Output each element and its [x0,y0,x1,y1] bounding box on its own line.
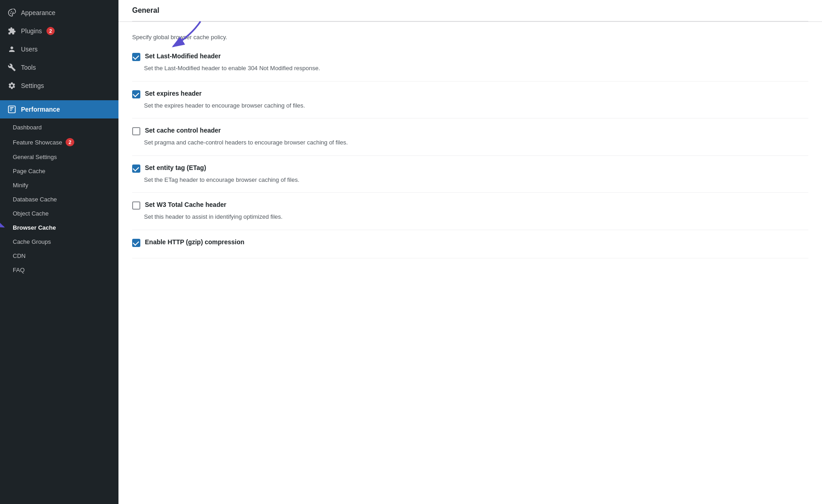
sidebar-item-faq[interactable]: FAQ [0,263,118,277]
expires-desc: Set the expires header to encourage brow… [132,101,808,110]
performance-label: Performance [21,106,60,113]
sidebar-item-object-cache[interactable]: Object Cache [0,206,118,221]
svg-point-1 [11,11,12,12]
setting-cache-control: Set cache control header Set pragma and … [132,118,808,156]
sidebar-item-browser-cache[interactable]: Browser Cache [0,221,118,235]
settings-label: Settings [21,82,44,89]
sidebar-top-nav: Appearance Plugins 2 Users [0,0,118,98]
plugins-icon [7,26,16,36]
sidebar-item-appearance[interactable]: Appearance [0,4,118,22]
expires-label[interactable]: Set expires header [145,90,202,97]
general-settings-label: General Settings [13,154,57,160]
etag-label[interactable]: Set entity tag (ETag) [145,164,206,171]
plugins-badge: 2 [46,27,55,35]
sidebar-item-performance[interactable]: Performance [0,100,118,118]
feature-showcase-badge: 2 [66,138,74,146]
gzip-label[interactable]: Enable HTTP (gzip) compression [145,238,244,246]
sidebar: Appearance Plugins 2 Users [0,0,118,504]
sidebar-item-users[interactable]: Users [0,40,118,58]
setting-expires: Set expires header Set the expires heade… [132,82,808,119]
page-cache-label: Page Cache [13,168,46,175]
setting-gzip: Enable HTTP (gzip) compression [132,230,808,258]
svg-point-2 [13,12,14,13]
dashboard-label: Dashboard [13,124,42,131]
setting-w3-total-cache: Set W3 Total Cache header Set this heade… [132,193,808,230]
last-modified-label[interactable]: Set Last-Modified header [145,52,221,60]
sidebar-item-cache-groups[interactable]: Cache Groups [0,235,118,249]
sidebar-item-database-cache[interactable]: Database Cache [0,192,118,206]
last-modified-header: Set Last-Modified header [132,52,808,61]
etag-desc: Set the ETag header to encourage browser… [132,175,808,185]
sidebar-item-dashboard[interactable]: Dashboard [0,120,118,134]
performance-icon [7,105,16,114]
setting-etag: Set entity tag (ETag) Set the ETag heade… [132,156,808,193]
gzip-header: Enable HTTP (gzip) compression [132,238,808,247]
plugins-label: Plugins [21,27,42,35]
tools-label: Tools [21,64,36,71]
cache-control-label[interactable]: Set cache control header [145,127,221,134]
settings-icon [7,81,16,90]
sidebar-item-page-cache[interactable]: Page Cache [0,164,118,178]
database-cache-label: Database Cache [13,196,57,203]
main-content: General Specify global browser cache pol… [118,0,822,504]
w3-total-cache-label[interactable]: Set W3 Total Cache header [145,201,226,208]
cache-control-checkbox[interactable] [132,127,140,135]
section-title: General [132,0,808,21]
last-modified-checkbox[interactable] [132,53,140,61]
sidebar-item-cdn[interactable]: CDN [0,249,118,263]
cache-groups-label: Cache Groups [13,238,51,245]
cache-control-header: Set cache control header [132,127,808,135]
svg-point-0 [10,13,11,14]
gzip-checkbox[interactable] [132,239,140,247]
minify-label: Minify [13,182,28,189]
expires-header: Set expires header [132,90,808,98]
setting-last-modified: Set Last-Modified header Set the Last-Mo… [132,44,808,82]
general-section-header: General [118,0,822,22]
settings-area: Specify global browser cache policy. Set… [118,22,822,263]
sidebar-item-plugins[interactable]: Plugins 2 [0,22,118,40]
sidebar-item-feature-showcase[interactable]: Feature Showcase 2 [0,134,118,150]
tools-icon [7,63,16,72]
sidebar-item-settings[interactable]: Settings [0,77,118,95]
w3-total-cache-header: Set W3 Total Cache header [132,201,808,210]
appearance-label: Appearance [21,9,56,16]
w3-total-cache-desc: Set this header to assist in identifying… [132,212,808,221]
etag-checkbox[interactable] [132,165,140,173]
sidebar-item-minify[interactable]: Minify [0,178,118,192]
sidebar-item-general-settings[interactable]: General Settings [0,150,118,164]
etag-header: Set entity tag (ETag) [132,164,808,173]
sidebar-submenu: Dashboard Feature Showcase 2 General Set… [0,118,118,279]
cdn-label: CDN [13,252,26,259]
users-icon [7,45,16,54]
feature-showcase-label: Feature Showcase [13,139,62,146]
browser-cache-label: Browser Cache [13,224,56,231]
w3-total-cache-checkbox[interactable] [132,201,140,210]
appearance-icon [7,8,16,17]
cache-control-desc: Set pragma and cache-control headers to … [132,138,808,147]
object-cache-label: Object Cache [13,210,49,217]
faq-label: FAQ [13,267,25,273]
last-modified-desc: Set the Last-Modified header to enable 3… [132,64,808,73]
sidebar-item-tools[interactable]: Tools [0,58,118,77]
expires-checkbox[interactable] [132,90,140,98]
users-label: Users [21,46,38,53]
section-description: Specify global browser cache policy. [132,26,808,44]
